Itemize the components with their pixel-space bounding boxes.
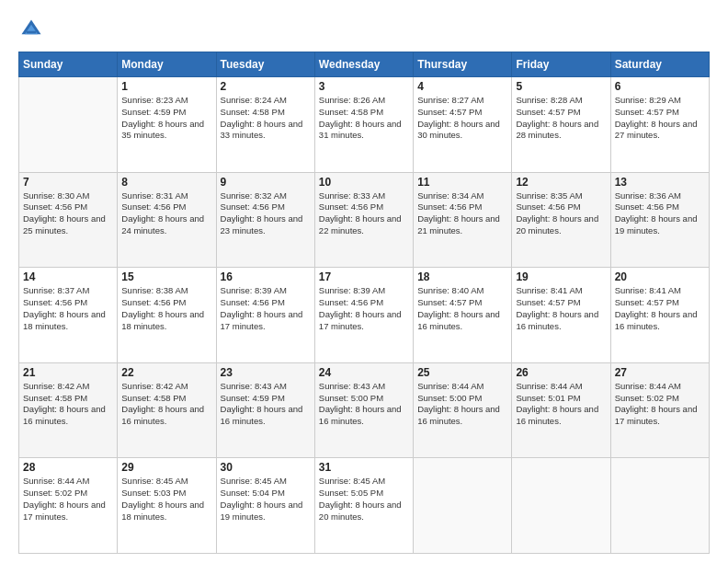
day-number: 23 <box>221 366 311 379</box>
day-info: Sunrise: 8:44 AMSunset: 5:02 PMDaylight:… <box>615 381 705 428</box>
calendar-cell: 21Sunrise: 8:42 AMSunset: 4:58 PMDayligh… <box>19 362 118 458</box>
day-info: Sunrise: 8:33 AMSunset: 4:56 PMDaylight:… <box>319 190 409 237</box>
calendar-cell: 1Sunrise: 8:23 AMSunset: 4:59 PMDaylight… <box>118 77 216 173</box>
day-number: 19 <box>516 270 606 283</box>
day-number: 24 <box>319 366 409 379</box>
day-number: 27 <box>615 366 705 379</box>
day-info: Sunrise: 8:45 AMSunset: 5:04 PMDaylight:… <box>221 476 311 523</box>
calendar-cell: 10Sunrise: 8:33 AMSunset: 4:56 PMDayligh… <box>314 172 413 268</box>
day-info: Sunrise: 8:28 AMSunset: 4:57 PMDaylight:… <box>516 95 606 142</box>
day-number: 18 <box>417 270 507 283</box>
header <box>18 17 710 42</box>
day-number: 31 <box>319 461 409 474</box>
calendar-cell: 22Sunrise: 8:42 AMSunset: 4:58 PMDayligh… <box>118 362 216 458</box>
day-info: Sunrise: 8:34 AMSunset: 4:56 PMDaylight:… <box>417 190 507 237</box>
day-number: 22 <box>121 366 211 379</box>
day-info: Sunrise: 8:37 AMSunset: 4:56 PMDaylight:… <box>23 285 113 332</box>
day-number: 29 <box>121 461 211 474</box>
svg-rect-2 <box>27 31 37 34</box>
calendar-week-row-1: 1Sunrise: 8:23 AMSunset: 4:59 PMDaylight… <box>19 77 710 173</box>
calendar-table: SundayMondayTuesdayWednesdayThursdayFrid… <box>18 52 710 554</box>
calendar-cell: 26Sunrise: 8:44 AMSunset: 5:01 PMDayligh… <box>512 362 610 458</box>
day-number: 14 <box>23 270 113 283</box>
day-number: 3 <box>319 80 409 93</box>
day-info: Sunrise: 8:23 AMSunset: 4:59 PMDaylight:… <box>121 95 211 142</box>
calendar-cell: 31Sunrise: 8:45 AMSunset: 5:05 PMDayligh… <box>314 458 413 554</box>
day-info: Sunrise: 8:36 AMSunset: 4:56 PMDaylight:… <box>615 190 705 237</box>
calendar-cell: 19Sunrise: 8:41 AMSunset: 4:57 PMDayligh… <box>512 268 610 363</box>
calendar-cell <box>610 458 709 554</box>
day-number: 16 <box>221 270 311 283</box>
calendar-cell: 5Sunrise: 8:28 AMSunset: 4:57 PMDaylight… <box>512 77 610 173</box>
calendar-week-row-5: 28Sunrise: 8:44 AMSunset: 5:02 PMDayligh… <box>19 458 710 554</box>
day-number: 4 <box>417 80 507 93</box>
day-info: Sunrise: 8:41 AMSunset: 4:57 PMDaylight:… <box>516 285 606 332</box>
day-info: Sunrise: 8:44 AMSunset: 5:02 PMDaylight:… <box>23 476 113 523</box>
calendar-cell: 18Sunrise: 8:40 AMSunset: 4:57 PMDayligh… <box>414 268 512 363</box>
day-info: Sunrise: 8:27 AMSunset: 4:57 PMDaylight:… <box>417 95 507 142</box>
day-info: Sunrise: 8:44 AMSunset: 5:00 PMDaylight:… <box>417 381 507 428</box>
calendar-cell: 14Sunrise: 8:37 AMSunset: 4:56 PMDayligh… <box>19 268 118 363</box>
day-info: Sunrise: 8:31 AMSunset: 4:56 PMDaylight:… <box>121 190 211 237</box>
day-number: 8 <box>121 176 211 189</box>
weekday-header-saturday: Saturday <box>610 52 709 77</box>
day-info: Sunrise: 8:43 AMSunset: 5:00 PMDaylight:… <box>319 381 409 428</box>
calendar-cell: 13Sunrise: 8:36 AMSunset: 4:56 PMDayligh… <box>610 172 709 268</box>
calendar-week-row-2: 7Sunrise: 8:30 AMSunset: 4:56 PMDaylight… <box>19 172 710 268</box>
day-info: Sunrise: 8:26 AMSunset: 4:58 PMDaylight:… <box>319 95 409 142</box>
day-info: Sunrise: 8:44 AMSunset: 5:01 PMDaylight:… <box>516 381 606 428</box>
weekday-header-monday: Monday <box>118 52 216 77</box>
day-info: Sunrise: 8:39 AMSunset: 4:56 PMDaylight:… <box>221 285 311 332</box>
day-info: Sunrise: 8:30 AMSunset: 4:56 PMDaylight:… <box>23 190 113 237</box>
calendar-cell <box>414 458 512 554</box>
day-number: 17 <box>319 270 409 283</box>
calendar-cell: 3Sunrise: 8:26 AMSunset: 4:58 PMDaylight… <box>314 77 413 173</box>
day-info: Sunrise: 8:38 AMSunset: 4:56 PMDaylight:… <box>121 285 211 332</box>
day-info: Sunrise: 8:24 AMSunset: 4:58 PMDaylight:… <box>221 95 311 142</box>
calendar-cell <box>512 458 610 554</box>
calendar-cell: 20Sunrise: 8:41 AMSunset: 4:57 PMDayligh… <box>610 268 709 363</box>
calendar-week-row-3: 14Sunrise: 8:37 AMSunset: 4:56 PMDayligh… <box>19 268 710 363</box>
calendar-cell: 12Sunrise: 8:35 AMSunset: 4:56 PMDayligh… <box>512 172 610 268</box>
day-number: 10 <box>319 176 409 189</box>
calendar-cell: 4Sunrise: 8:27 AMSunset: 4:57 PMDaylight… <box>414 77 512 173</box>
calendar-cell: 11Sunrise: 8:34 AMSunset: 4:56 PMDayligh… <box>414 172 512 268</box>
calendar-week-row-4: 21Sunrise: 8:42 AMSunset: 4:58 PMDayligh… <box>19 362 710 458</box>
day-number: 9 <box>221 176 311 189</box>
calendar-cell: 29Sunrise: 8:45 AMSunset: 5:03 PMDayligh… <box>118 458 216 554</box>
day-info: Sunrise: 8:42 AMSunset: 4:58 PMDaylight:… <box>121 381 211 428</box>
day-number: 11 <box>417 176 507 189</box>
day-number: 5 <box>516 80 606 93</box>
calendar-cell: 27Sunrise: 8:44 AMSunset: 5:02 PMDayligh… <box>610 362 709 458</box>
weekday-header-thursday: Thursday <box>414 52 512 77</box>
calendar-cell: 6Sunrise: 8:29 AMSunset: 4:57 PMDaylight… <box>610 77 709 173</box>
calendar-cell: 7Sunrise: 8:30 AMSunset: 4:56 PMDaylight… <box>19 172 118 268</box>
day-info: Sunrise: 8:39 AMSunset: 4:56 PMDaylight:… <box>319 285 409 332</box>
calendar-cell: 24Sunrise: 8:43 AMSunset: 5:00 PMDayligh… <box>314 362 413 458</box>
weekday-header-friday: Friday <box>512 52 610 77</box>
day-info: Sunrise: 8:40 AMSunset: 4:57 PMDaylight:… <box>417 285 507 332</box>
day-number: 21 <box>23 366 113 379</box>
calendar-cell: 15Sunrise: 8:38 AMSunset: 4:56 PMDayligh… <box>118 268 216 363</box>
day-info: Sunrise: 8:35 AMSunset: 4:56 PMDaylight:… <box>516 190 606 237</box>
logo <box>18 17 48 42</box>
day-info: Sunrise: 8:45 AMSunset: 5:03 PMDaylight:… <box>121 476 211 523</box>
day-number: 20 <box>615 270 705 283</box>
calendar-cell: 23Sunrise: 8:43 AMSunset: 4:59 PMDayligh… <box>216 362 314 458</box>
day-info: Sunrise: 8:32 AMSunset: 4:56 PMDaylight:… <box>221 190 311 237</box>
day-info: Sunrise: 8:43 AMSunset: 4:59 PMDaylight:… <box>221 381 311 428</box>
weekday-header-row: SundayMondayTuesdayWednesdayThursdayFrid… <box>19 52 710 77</box>
day-number: 6 <box>615 80 705 93</box>
page: SundayMondayTuesdayWednesdayThursdayFrid… <box>0 0 728 563</box>
calendar-cell: 8Sunrise: 8:31 AMSunset: 4:56 PMDaylight… <box>118 172 216 268</box>
calendar-cell: 25Sunrise: 8:44 AMSunset: 5:00 PMDayligh… <box>414 362 512 458</box>
day-number: 2 <box>221 80 311 93</box>
weekday-header-wednesday: Wednesday <box>314 52 413 77</box>
day-info: Sunrise: 8:42 AMSunset: 4:58 PMDaylight:… <box>23 381 113 428</box>
day-number: 1 <box>121 80 211 93</box>
calendar-cell: 17Sunrise: 8:39 AMSunset: 4:56 PMDayligh… <box>314 268 413 363</box>
calendar-cell: 30Sunrise: 8:45 AMSunset: 5:04 PMDayligh… <box>216 458 314 554</box>
day-number: 30 <box>221 461 311 474</box>
calendar-cell: 9Sunrise: 8:32 AMSunset: 4:56 PMDaylight… <box>216 172 314 268</box>
weekday-header-tuesday: Tuesday <box>216 52 314 77</box>
